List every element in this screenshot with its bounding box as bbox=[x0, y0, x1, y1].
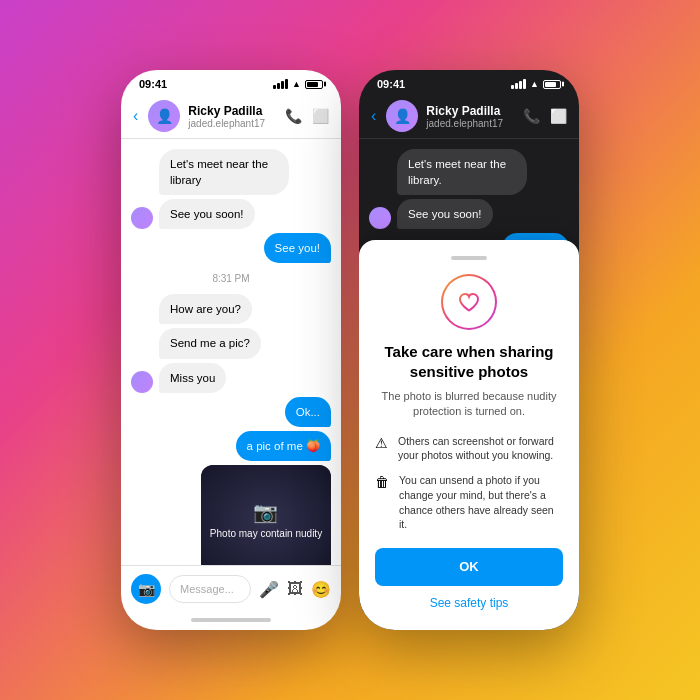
contact-username-right: jaded.elephant17 bbox=[426, 118, 515, 129]
video-icon-left[interactable]: ⬜ bbox=[312, 108, 329, 124]
status-icons-right: ▲ bbox=[511, 79, 561, 89]
tip-text-1: Others can screenshot or forward your ph… bbox=[398, 434, 563, 463]
modal-tip-1: ⚠ Others can screenshot or forward your … bbox=[375, 434, 563, 463]
bubble: See you soon! bbox=[397, 199, 493, 229]
time-left: 09:41 bbox=[139, 78, 167, 90]
mic-icon[interactable]: 🎤 bbox=[259, 580, 279, 599]
time-divider: 8:31 PM bbox=[131, 273, 331, 284]
battery-icon-right bbox=[543, 80, 561, 89]
status-bar-left: 09:41 ▲ bbox=[121, 70, 341, 94]
msg-avatar bbox=[131, 207, 153, 229]
photo-text: 📷 Photo may contain nudity bbox=[210, 500, 322, 539]
header-actions-right: 📞 ⬜ bbox=[523, 108, 567, 124]
input-icons: 🎤 🖼 😊 bbox=[259, 580, 331, 599]
bubble: See you soon! bbox=[159, 199, 255, 229]
avatar-left: 👤 bbox=[148, 100, 180, 132]
photo-bubble[interactable]: 📷 Photo may contain nudity bbox=[201, 465, 331, 565]
back-button-left[interactable]: ‹ bbox=[133, 107, 138, 125]
message-placeholder: Message... bbox=[180, 583, 234, 595]
bubble: Send me a pic? bbox=[159, 328, 261, 358]
camera-icon: 📷 bbox=[138, 581, 155, 597]
msg-avatar bbox=[369, 207, 391, 229]
ok-button-label: OK bbox=[459, 559, 479, 574]
chat-header-right: ‹ 👤 Ricky Padilla jaded.elephant17 📞 ⬜ bbox=[359, 94, 579, 139]
bubble: Let's meet near the library bbox=[159, 149, 289, 195]
nudity-protection-modal: Take care when sharing sensitive photos … bbox=[359, 240, 579, 630]
battery-icon bbox=[305, 80, 323, 89]
signal-icon bbox=[273, 79, 288, 89]
modal-tip-2: 🗑 You can unsend a photo if you change y… bbox=[375, 473, 563, 532]
signal-icon-right bbox=[511, 79, 526, 89]
bubble: See you! bbox=[264, 233, 331, 263]
msg-row: See you! bbox=[131, 233, 331, 263]
modal-subtitle: The photo is blurred because nudity prot… bbox=[375, 389, 563, 420]
msg-row: a pic of me 🍑 bbox=[131, 431, 331, 461]
contact-username-left: jaded.elephant17 bbox=[188, 118, 277, 129]
wifi-icon: ▲ bbox=[292, 79, 301, 89]
modal-title: Take care when sharing sensitive photos bbox=[375, 342, 563, 381]
msg-row: How are you? bbox=[131, 294, 331, 324]
heart-svg bbox=[455, 288, 483, 316]
home-bar-left bbox=[191, 618, 271, 622]
header-actions-left: 📞 ⬜ bbox=[285, 108, 329, 124]
warning-icon: ⚠ bbox=[375, 435, 388, 451]
bubble: Ok... bbox=[285, 397, 331, 427]
message-input[interactable]: Message... bbox=[169, 575, 251, 603]
safety-tips-link[interactable]: See safety tips bbox=[430, 596, 509, 610]
ok-button[interactable]: OK bbox=[375, 548, 563, 586]
modal-tips: ⚠ Others can screenshot or forward your … bbox=[375, 434, 563, 532]
msg-avatar bbox=[131, 371, 153, 393]
phone-right: 09:41 ▲ ‹ 👤 Ricky Padilla jaded.elephant… bbox=[359, 70, 579, 630]
avatar-right: 👤 bbox=[386, 100, 418, 132]
chat-area-left: Let's meet near the library See you soon… bbox=[121, 139, 341, 565]
time-right: 09:41 bbox=[377, 78, 405, 90]
camera-slash-icon: 📷 bbox=[253, 500, 278, 524]
photo-caption: Photo may contain nudity bbox=[210, 528, 322, 539]
back-button-right[interactable]: ‹ bbox=[371, 107, 376, 125]
msg-row: Let's meet near the library bbox=[131, 149, 331, 195]
bubble: Miss you bbox=[159, 363, 226, 393]
contact-name-right: Ricky Padilla bbox=[426, 104, 515, 118]
camera-button[interactable]: 📷 bbox=[131, 574, 161, 604]
tip-text-2: You can unsend a photo if you change you… bbox=[399, 473, 563, 532]
msg-row: Send me a pic? bbox=[131, 328, 331, 358]
header-info-right: Ricky Padilla jaded.elephant17 bbox=[426, 104, 515, 129]
msg-row: Ok... bbox=[131, 397, 331, 427]
chat-header-left: ‹ 👤 Ricky Padilla jaded.elephant17 📞 ⬜ bbox=[121, 94, 341, 139]
bubble: Let's meet near the library. bbox=[397, 149, 527, 195]
heart-icon-container bbox=[441, 274, 497, 330]
call-icon-left[interactable]: 📞 bbox=[285, 108, 302, 124]
call-icon-right[interactable]: 📞 bbox=[523, 108, 540, 124]
input-bar-left: 📷 Message... 🎤 🖼 😊 bbox=[121, 565, 341, 612]
contact-name-left: Ricky Padilla bbox=[188, 104, 277, 118]
video-icon-right[interactable]: ⬜ bbox=[550, 108, 567, 124]
photo-msg-row: 📷 Photo may contain nudity bbox=[131, 465, 331, 565]
wifi-icon-right: ▲ bbox=[530, 79, 539, 89]
msg-row: See you soon! bbox=[131, 199, 331, 229]
msg-row: Miss you bbox=[131, 363, 331, 393]
trash-icon: 🗑 bbox=[375, 474, 389, 490]
sticker-icon[interactable]: 😊 bbox=[311, 580, 331, 599]
modal-handle bbox=[451, 256, 487, 260]
header-info-left: Ricky Padilla jaded.elephant17 bbox=[188, 104, 277, 129]
bubble: a pic of me 🍑 bbox=[236, 431, 331, 461]
phone-left: 09:41 ▲ ‹ 👤 Ricky Padilla jaded.elephant… bbox=[121, 70, 341, 630]
status-icons-left: ▲ bbox=[273, 79, 323, 89]
msg-row: Let's meet near the library. bbox=[369, 149, 569, 195]
gallery-icon[interactable]: 🖼 bbox=[287, 580, 303, 598]
status-bar-right: 09:41 ▲ bbox=[359, 70, 579, 94]
msg-row: See you soon! bbox=[369, 199, 569, 229]
bubble: How are you? bbox=[159, 294, 252, 324]
